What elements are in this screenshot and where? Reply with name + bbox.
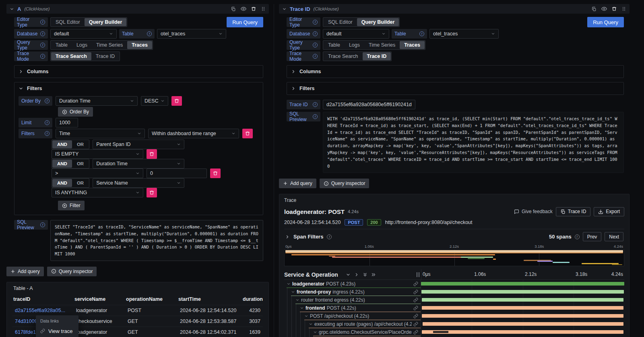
span-link-icon[interactable]: [412, 314, 421, 319]
info-icon[interactable]: i: [575, 234, 580, 239]
column-header[interactable]: startTime: [178, 295, 242, 305]
filter-operator-select[interactable]: >: [52, 168, 143, 178]
info-icon[interactable]: i: [40, 31, 45, 36]
expand-one-icon[interactable]: [354, 272, 359, 277]
filter-field-select[interactable]: Parent Span ID: [93, 140, 184, 149]
span-row[interactable]: frontendPOST (4.22s): [284, 304, 624, 312]
option-traces[interactable]: Traces: [127, 41, 152, 49]
span-link-icon[interactable]: [412, 298, 421, 302]
info-icon[interactable]: i: [313, 102, 318, 107]
query-inspector-button[interactable]: Query inspector: [47, 267, 97, 276]
trace-minimap[interactable]: [284, 249, 624, 266]
limit-input[interactable]: [56, 118, 78, 127]
span-row[interactable]: frontend-proxyingress (4.22s): [284, 288, 624, 296]
option-table[interactable]: Table: [51, 41, 72, 49]
option-time-series[interactable]: Time Series: [92, 41, 127, 49]
column-header[interactable]: duration: [242, 295, 263, 305]
add-filter-button[interactable]: Filter: [58, 201, 85, 210]
option-traces[interactable]: Traces: [400, 41, 425, 49]
drag-handle-icon[interactable]: [621, 6, 626, 11]
option-trace-search[interactable]: Trace Search: [324, 52, 363, 60]
option-logs[interactable]: Logs: [345, 41, 364, 49]
database-select[interactable]: default: [323, 29, 389, 39]
chevron-down-icon[interactable]: [295, 298, 299, 302]
option-and[interactable]: AND: [52, 140, 72, 148]
copy-query-icon[interactable]: [231, 6, 236, 12]
chevron-down-icon[interactable]: [291, 290, 295, 294]
span-row[interactable]: POST /api/checkout (4.22s): [284, 312, 624, 320]
run-query-button[interactable]: Run Query: [587, 17, 624, 27]
remove-order-by-button[interactable]: [171, 96, 182, 106]
option-or[interactable]: OR: [72, 140, 89, 148]
remove-condition-button[interactable]: [147, 149, 157, 159]
and-or-toggle[interactable]: ANDOR: [52, 178, 89, 188]
order-by-field-select[interactable]: Duration Time: [56, 96, 138, 106]
span-duration-bar[interactable]: [422, 298, 624, 302]
columns-section[interactable]: Columns: [14, 65, 263, 78]
span-link-icon[interactable]: [412, 322, 421, 327]
option-table[interactable]: Table: [324, 41, 345, 49]
span-row[interactable]: router frontend egress (4.22s): [284, 296, 624, 304]
hide-response-icon[interactable]: [241, 6, 246, 12]
info-icon[interactable]: i: [147, 31, 152, 36]
span-row[interactable]: executing api route (pages) /api/checkou…: [284, 320, 624, 328]
filter-value-select[interactable]: Within dashboard time range: [148, 129, 239, 138]
info-icon[interactable]: i: [313, 31, 318, 36]
expand-all-icon[interactable]: [371, 272, 376, 277]
column-header[interactable]: serviceName: [74, 295, 125, 305]
span-duration-bar[interactable]: [423, 322, 623, 326]
option-query-builder[interactable]: Query Builder: [85, 18, 127, 26]
info-icon[interactable]: i: [45, 131, 50, 136]
prev-button[interactable]: Prev: [583, 232, 602, 241]
info-icon[interactable]: i: [313, 43, 318, 47]
add-query-button[interactable]: Add query: [279, 179, 316, 188]
remove-query-icon[interactable]: [612, 6, 617, 11]
column-header[interactable]: operationName: [125, 295, 178, 305]
info-icon[interactable]: i: [40, 54, 45, 59]
and-or-toggle[interactable]: ANDOR: [52, 159, 89, 168]
option-sql-editor[interactable]: SQL Editor: [51, 18, 85, 26]
chevron-down-icon[interactable]: [300, 306, 304, 310]
filter-field-select[interactable]: Duration Time: [93, 159, 184, 168]
info-icon[interactable]: i: [313, 20, 318, 25]
give-feedback-link[interactable]: Give feedback: [514, 209, 553, 214]
span-link-icon[interactable]: [412, 306, 421, 310]
trace-id-input[interactable]: [323, 100, 415, 109]
info-icon[interactable]: i: [419, 31, 424, 36]
span-row[interactable]: loadgeneratorPOST (4.23s): [284, 280, 624, 288]
option-or[interactable]: OR: [72, 179, 89, 187]
option-time-series[interactable]: Time Series: [364, 41, 400, 49]
hide-response-icon[interactable]: [601, 6, 607, 12]
query-inspector-button[interactable]: Query inspector: [320, 179, 369, 188]
option-logs[interactable]: Logs: [72, 41, 92, 49]
collapse-query-icon[interactable]: [10, 7, 14, 11]
remove-filter-button[interactable]: [242, 129, 253, 138]
chevron-down-icon[interactable]: [287, 282, 291, 286]
order-by-direction-select[interactable]: DESC: [141, 96, 168, 106]
span-duration-bar[interactable]: [421, 282, 624, 286]
trace-id-link[interactable]: d2a7155ef6a928a05...: [12, 305, 74, 316]
filters-section-header[interactable]: Filters: [19, 84, 259, 92]
option-query-builder[interactable]: Query Builder: [357, 18, 399, 26]
next-button[interactable]: Next: [605, 232, 623, 241]
filters-section[interactable]: Filters: [287, 82, 624, 95]
info-icon[interactable]: i: [45, 120, 50, 125]
collapse-all-icon[interactable]: [363, 272, 367, 277]
column-resize-handle[interactable]: [417, 272, 419, 277]
remove-condition-button[interactable]: [210, 168, 221, 178]
chevron-down-icon[interactable]: [304, 314, 308, 318]
filter-value-input[interactable]: [147, 168, 207, 178]
option-or[interactable]: OR: [72, 160, 89, 168]
option-and[interactable]: AND: [52, 179, 72, 187]
span-duration-bar[interactable]: [421, 290, 624, 294]
chevron-down-icon[interactable]: [309, 322, 313, 326]
trace-id-button[interactable]: Trace ID: [556, 207, 591, 216]
info-icon[interactable]: i: [40, 222, 45, 227]
remove-query-icon[interactable]: [251, 6, 256, 11]
span-row[interactable]: grpc.oteldemo.CheckoutService/PlaceOrder…: [284, 328, 624, 336]
option-and[interactable]: AND: [52, 160, 72, 168]
export-button[interactable]: Export: [594, 207, 624, 216]
info-icon[interactable]: i: [40, 43, 45, 47]
collapse-one-icon[interactable]: [346, 272, 351, 277]
option-trace-search[interactable]: Trace Search: [51, 52, 91, 60]
